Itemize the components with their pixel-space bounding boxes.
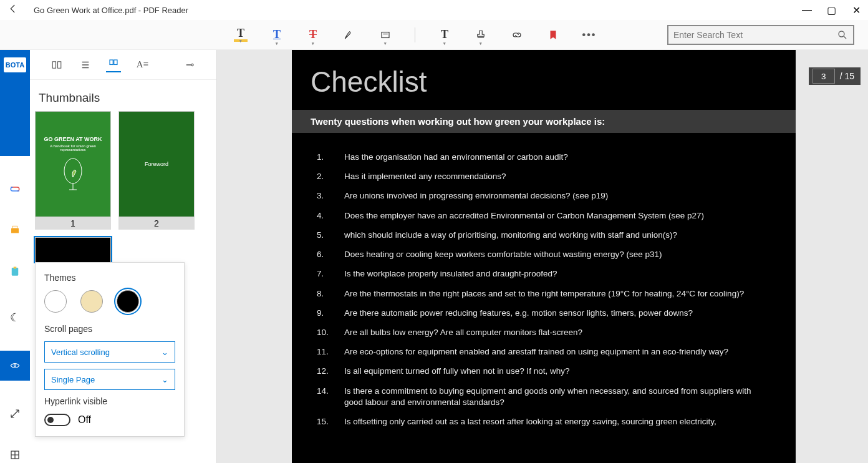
toolbar: T▾ T▾ T▾ ▾ T▾ ▾ ••• bbox=[0, 20, 868, 50]
page-mode-select[interactable]: Single Page⌄ bbox=[44, 369, 175, 390]
checklist-item: 1.Has the organisation had an environmen… bbox=[317, 152, 771, 163]
search-icon[interactable] bbox=[837, 29, 848, 41]
hyperlink-label: Hyperlink visible bbox=[44, 396, 175, 406]
svg-rect-4 bbox=[12, 268, 19, 276]
theme-white[interactable] bbox=[44, 290, 67, 313]
doc-subtitle: Twenty questions when working out how gr… bbox=[292, 110, 796, 133]
theme-black[interactable] bbox=[117, 290, 139, 313]
svg-rect-5 bbox=[14, 267, 17, 269]
checklist-item: 14. Is there a commitment to buying equi… bbox=[317, 386, 771, 408]
thumbnail-1[interactable]: GO GREEN AT WORK A handbook for union gr… bbox=[35, 111, 111, 230]
checklist-item: 5.which should include a way of prioriti… bbox=[317, 230, 771, 241]
note-tool[interactable]: ▾ bbox=[379, 28, 392, 42]
fax-icon[interactable] bbox=[7, 222, 23, 238]
svg-rect-0 bbox=[382, 32, 389, 37]
ink-tool[interactable] bbox=[342, 28, 356, 42]
tab-thumbnails[interactable] bbox=[106, 57, 121, 72]
checklist-item: 12. Is all equipment turned off fully wh… bbox=[317, 366, 771, 377]
underline-tool[interactable]: T▾ bbox=[270, 28, 284, 42]
checklist-item: 15. Is offsetting only carried out as a … bbox=[317, 416, 771, 427]
checklist-item: 3.Are unions involved in progressing env… bbox=[317, 190, 771, 202]
scroll-label: Scroll pages bbox=[44, 324, 175, 334]
tab-outline[interactable] bbox=[78, 57, 93, 72]
left-rail: BOTA ☾ bbox=[0, 50, 30, 463]
close-icon[interactable]: ✕ bbox=[852, 4, 861, 16]
back-icon[interactable] bbox=[7, 3, 22, 17]
scroll-mode-select[interactable]: Vertical scrolling⌄ bbox=[44, 341, 175, 363]
bota-badge[interactable]: BOTA bbox=[4, 57, 26, 72]
checklist: 1.Has the organisation had an environmen… bbox=[292, 133, 796, 454]
view-mode-icon[interactable] bbox=[0, 351, 30, 381]
checklist-item: 4. Does the employer have an accredited … bbox=[317, 210, 771, 222]
hyperlink-toggle[interactable] bbox=[44, 414, 70, 426]
checklist-item: 10. Are all bulbs low energy? Are all co… bbox=[317, 327, 771, 338]
pin-icon[interactable]: ⊸ bbox=[182, 57, 197, 72]
tab-annotations[interactable]: A≡ bbox=[135, 57, 150, 72]
tab-bookview[interactable] bbox=[49, 57, 64, 72]
panel-title: Thumbnails bbox=[30, 80, 216, 111]
svg-rect-2 bbox=[11, 228, 19, 233]
minimize-icon[interactable]: — bbox=[802, 4, 811, 16]
checklist-item: 9.Are there automatic power reducing fea… bbox=[317, 308, 771, 319]
doc-title: Checklist bbox=[292, 50, 796, 110]
strikethrough-tool[interactable]: T▾ bbox=[306, 28, 320, 42]
window-title: Go Green Work at Office.pdf - PDF Reader bbox=[34, 6, 188, 15]
svg-point-6 bbox=[14, 365, 16, 367]
document-viewer[interactable]: Checklist Twenty questions when working … bbox=[217, 50, 868, 463]
fullscreen-icon[interactable] bbox=[7, 406, 23, 422]
toggle-state: Off bbox=[78, 414, 91, 426]
more-tool[interactable]: ••• bbox=[582, 28, 596, 42]
checklist-item: 8. Are the thermostats in the right plac… bbox=[317, 288, 771, 300]
checklist-item: 2.Has it implemented any recommendations… bbox=[317, 171, 771, 182]
night-icon[interactable]: ☾ bbox=[7, 309, 23, 326]
pdf-page: Checklist Twenty questions when working … bbox=[292, 50, 796, 463]
page-indicator: / 15 bbox=[809, 67, 861, 85]
undo-redo-icon[interactable] bbox=[7, 181, 23, 197]
checklist-item: 6.Does heating or cooling keep workers c… bbox=[317, 249, 771, 260]
page-number-input[interactable] bbox=[813, 69, 835, 84]
search-input[interactable] bbox=[673, 30, 837, 40]
svg-rect-8 bbox=[110, 60, 113, 65]
checklist-item: 7.Is the workplace properly insulated an… bbox=[317, 268, 771, 280]
thumbnail-3[interactable] bbox=[35, 237, 111, 262]
page-total: / 15 bbox=[837, 71, 861, 81]
grid-icon[interactable] bbox=[7, 447, 23, 463]
thumbnail-2[interactable]: Foreword 2 bbox=[118, 111, 195, 230]
text-tool[interactable]: T▾ bbox=[438, 28, 451, 42]
bookmark-tool[interactable] bbox=[546, 28, 560, 42]
svg-rect-9 bbox=[114, 60, 117, 65]
theme-sepia[interactable] bbox=[80, 290, 103, 313]
titlebar: Go Green Work at Office.pdf - PDF Reader… bbox=[0, 0, 868, 20]
stamp-tool[interactable]: ▾ bbox=[474, 28, 488, 42]
search-box[interactable] bbox=[667, 25, 854, 45]
highlight-tool[interactable]: T▾ bbox=[234, 28, 248, 42]
maximize-icon[interactable]: ▢ bbox=[827, 4, 836, 16]
link-tool[interactable] bbox=[510, 28, 524, 42]
side-panel: A≡ ⊸ Thumbnails GO GREEN AT WORK A handb… bbox=[30, 50, 217, 463]
checklist-item: 11. Are eco-options for equipment enable… bbox=[317, 346, 771, 358]
clipboard-icon[interactable] bbox=[7, 263, 23, 280]
svg-rect-3 bbox=[12, 226, 17, 228]
themes-label: Themes bbox=[44, 273, 175, 283]
svg-point-1 bbox=[839, 31, 844, 37]
view-settings-popup: Themes Scroll pages Vertical scrolling⌄ … bbox=[35, 262, 185, 437]
